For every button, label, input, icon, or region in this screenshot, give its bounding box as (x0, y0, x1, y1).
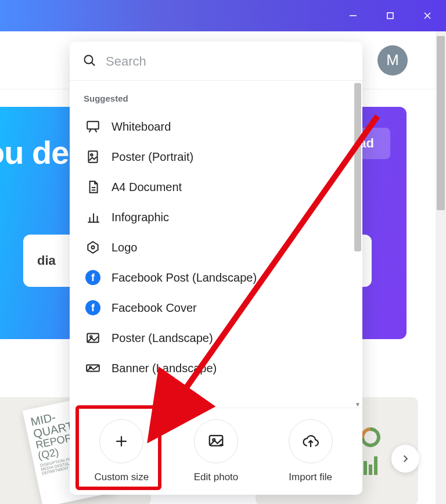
svg-marker-17 (88, 242, 98, 253)
suggestion-label: Infographic (112, 211, 169, 224)
whiteboard-icon (85, 118, 101, 135)
import-file-action[interactable]: Import file (267, 419, 354, 483)
image-landscape-icon (85, 330, 101, 346)
suggestion-poster-portrait[interactable]: Poster (Portrait) (82, 142, 350, 172)
plus-icon (99, 419, 143, 463)
suggestion-whiteboard[interactable]: Whiteboard (82, 111, 350, 142)
suggestion-label: Banner (Landscape) (112, 362, 217, 375)
suggestion-banner-landscape[interactable]: Banner (Landscape) (82, 353, 350, 383)
facebook-icon: f (85, 269, 101, 286)
suggestion-label: Facebook Cover (112, 301, 197, 315)
svg-point-10 (91, 154, 92, 156)
suggestion-facebook-post[interactable]: f Facebook Post (Landscape) (82, 262, 350, 293)
svg-point-18 (92, 246, 95, 249)
suggestion-label: Whiteboard (112, 120, 171, 134)
suggested-heading: Suggested (84, 93, 350, 103)
suggestion-label: Logo (112, 241, 138, 254)
edit-photo-icon (194, 419, 238, 463)
search-input[interactable] (105, 53, 350, 70)
svg-point-4 (85, 56, 93, 64)
avatar-initial: M (386, 51, 399, 69)
svg-rect-6 (87, 121, 99, 129)
svg-rect-1 (387, 13, 393, 19)
custom-size-action[interactable]: Custom size (78, 419, 165, 483)
window-titlebar (0, 0, 446, 31)
action-label: Custom size (95, 471, 149, 483)
suggestion-label: Poster (Portrait) (112, 150, 193, 164)
image-wide-icon (85, 360, 101, 376)
suggestion-a4-document[interactable]: A4 Document (82, 172, 350, 202)
suggestion-poster-landscape[interactable]: Poster (Landscape) (82, 323, 350, 353)
suggestion-list: Suggested Whiteboard Poster (Portrait) A… (70, 81, 353, 408)
scroll-down-arrow[interactable]: ▼ (353, 399, 362, 408)
image-portrait-icon (85, 149, 101, 165)
edit-photo-action[interactable]: Edit photo (172, 419, 260, 483)
suggestion-infographic[interactable]: Infographic (82, 202, 350, 232)
facebook-icon: f (85, 300, 101, 316)
suggestion-facebook-cover[interactable]: f Facebook Cover (82, 293, 350, 323)
pill-item-social[interactable]: dia (37, 253, 56, 268)
suggestion-label: Facebook Post (Landscape) (112, 271, 257, 285)
search-bar[interactable] (70, 42, 362, 80)
suggestion-label: A4 Document (112, 181, 182, 194)
suggestion-label: Poster (Landscape) (112, 332, 213, 345)
document-icon (85, 179, 101, 195)
svg-line-5 (92, 63, 95, 66)
carousel-next-button[interactable] (391, 445, 419, 473)
minimize-button[interactable] (348, 11, 358, 20)
search-dropdown-panel: Suggested Whiteboard Poster (Portrait) A… (70, 42, 362, 495)
avatar[interactable]: M (377, 45, 408, 75)
dropdown-action-row: Custom size Edit photo Import file (70, 408, 362, 495)
bar-chart-icon (85, 209, 101, 225)
suggestion-logo[interactable]: Logo (82, 232, 350, 262)
search-icon (82, 53, 96, 70)
action-label: Import file (289, 471, 332, 483)
action-label: Edit photo (194, 471, 239, 483)
suggestion-scrollbar[interactable]: ▲ ▼ (353, 81, 362, 408)
page-scrollbar[interactable] (436, 31, 446, 504)
cloud-upload-icon (289, 419, 333, 463)
close-button[interactable] (423, 11, 432, 20)
hexagon-icon (85, 239, 101, 255)
maximize-button[interactable] (386, 11, 395, 20)
